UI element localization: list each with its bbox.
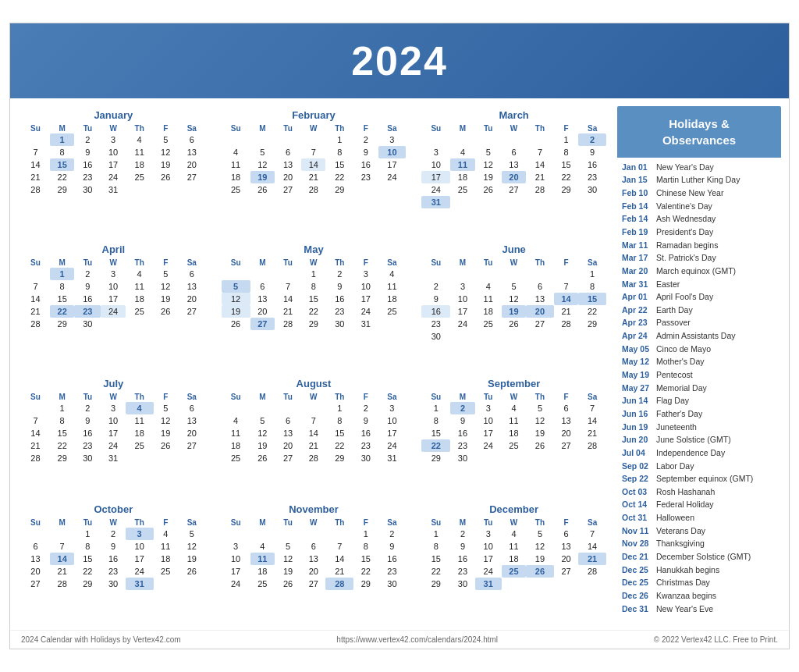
calendar-day: 21	[325, 565, 353, 578]
calendar-day: 21	[50, 565, 74, 578]
day-header: F	[154, 258, 178, 268]
page: 2024 JanuarySuMTuWThFSa12345678910111213…	[9, 23, 790, 649]
calendar-day	[275, 464, 301, 468]
calendar-day: 24	[421, 183, 450, 196]
day-header: Tu	[275, 123, 301, 133]
calendar-day: 5	[154, 133, 178, 146]
day-header: Su	[21, 517, 50, 528]
calendar-day: 25	[502, 439, 526, 452]
day-header: M	[50, 517, 74, 528]
holiday-date: Sep 02	[622, 461, 652, 472]
calendar-day	[222, 528, 250, 540]
calendar-day: 9	[74, 414, 101, 427]
calendar-day: 10	[378, 146, 407, 158]
calendar-day	[554, 590, 578, 593]
calendar-day	[301, 590, 325, 593]
month-december: DecemberSuMTuWThFSa123456789101112131415…	[418, 500, 609, 619]
calendar-day	[154, 318, 178, 330]
calendar-day: 4	[222, 414, 250, 427]
holiday-date: Apr 24	[622, 331, 652, 342]
calendar-day: 20	[502, 171, 526, 183]
calendar-day: 16	[421, 305, 450, 318]
calendar-day: 14	[578, 414, 606, 427]
calendar-day: 19	[154, 158, 178, 171]
calendar-day	[74, 196, 101, 199]
holiday-item: Oct 03Rosh Hashanah	[622, 485, 776, 499]
holiday-name: Mother's Day	[656, 357, 705, 368]
calendar-day: 7	[301, 146, 325, 158]
day-header: Th	[526, 258, 554, 268]
holiday-name: Earth Day	[656, 305, 693, 316]
calendar-day: 29	[325, 183, 353, 196]
holiday-item: Apr 24Admin Assistants Day	[622, 330, 776, 343]
holiday-name: Labor Day	[656, 461, 694, 472]
day-header: Th	[126, 123, 154, 133]
calendar-day: 16	[353, 427, 378, 439]
calendar-grid: JanuarySuMTuWThFSa1234567891011121314151…	[18, 106, 609, 618]
calendar-day: 4	[450, 146, 474, 158]
calendar-day	[101, 196, 125, 199]
holiday-name: Veterans Day	[656, 526, 705, 537]
day-header: Su	[222, 517, 250, 528]
day-header: Tu	[275, 258, 301, 268]
day-header: Su	[421, 517, 450, 528]
calendar-day: 16	[325, 293, 353, 305]
calendar-day: 29	[421, 452, 450, 464]
calendar-day: 23	[353, 439, 378, 452]
calendar-day	[554, 464, 578, 468]
calendar-day: 27	[526, 318, 554, 330]
day-header: F	[554, 123, 578, 133]
calendar-day	[325, 528, 353, 540]
holiday-item: Jun 19Juneteenth	[622, 421, 776, 434]
calendar-day	[353, 464, 378, 468]
calendar-day: 23	[378, 565, 407, 578]
calendar-day: 19	[222, 305, 250, 318]
calendar-day: 18	[126, 158, 154, 171]
holiday-name: Thanksgiving	[656, 539, 705, 549]
day-header: Th	[126, 258, 154, 268]
sidebar-header: Holidays & Observances	[617, 106, 781, 158]
calendar-day: 14	[301, 158, 325, 171]
calendar-day: 2	[74, 268, 101, 280]
calendar-day: 12	[154, 146, 178, 158]
calendar-day	[178, 183, 206, 196]
calendar-day: 14	[50, 553, 74, 565]
calendar-day: 17	[101, 427, 125, 439]
holiday-item: Mar 31Easter	[622, 278, 776, 291]
calendar-day	[250, 528, 275, 540]
calendar-day	[325, 464, 353, 468]
month-table: SuMTuWThFSa12345678910111213141516171819…	[421, 392, 606, 468]
holiday-item: May 05Cinco de Mayo	[622, 343, 776, 356]
calendar-day: 15	[353, 553, 378, 565]
calendar-day: 6	[554, 402, 578, 414]
calendar-day: 10	[378, 414, 407, 427]
day-header: Th	[126, 517, 154, 528]
calendar-day: 5	[178, 528, 206, 540]
calendar-day: 24	[353, 305, 378, 318]
calendar-day: 21	[21, 439, 50, 452]
calendar-day: 11	[475, 293, 502, 305]
calendar-day: 26	[250, 183, 275, 196]
calendar-day: 12	[250, 158, 275, 171]
calendar-day: 5	[502, 280, 526, 293]
calendar-day	[475, 590, 502, 593]
holiday-date: Nov 28	[622, 539, 652, 549]
sidebar: Holidays & Observances Jan 01New Year's …	[617, 106, 781, 618]
calendar-day: 16	[450, 427, 474, 439]
calendar-day: 28	[50, 578, 74, 590]
calendar-day: 27	[250, 318, 275, 330]
calendar-day	[126, 183, 154, 196]
holiday-name: Kwanzaa begins	[656, 591, 716, 602]
calendar-day: 13	[526, 293, 554, 305]
month-september: SeptemberSuMTuWThFSa12345678910111213141…	[418, 375, 609, 493]
month-table: SuMTuWThFSa12345678910111213141516171819…	[21, 392, 206, 468]
calendar-day: 26	[154, 171, 178, 183]
calendar-day: 1	[74, 528, 101, 540]
holiday-date: Apr 23	[622, 318, 652, 329]
calendar-day: 27	[178, 439, 206, 452]
calendar-day: 24	[101, 171, 125, 183]
day-header: M	[450, 517, 474, 528]
calendar-day: 20	[301, 565, 325, 578]
calendar-day: 26	[250, 452, 275, 464]
day-header: Th	[526, 517, 554, 528]
